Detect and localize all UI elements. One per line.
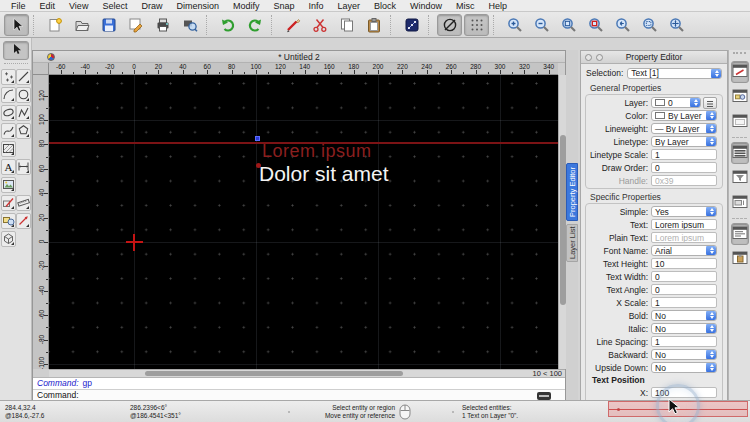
dock-command-line-toggle[interactable] [731, 223, 749, 245]
measure-tool[interactable] [16, 195, 31, 211]
dock-drag-handle[interactable] [733, 52, 746, 58]
menu-file[interactable]: File [4, 0, 33, 12]
draw-order-button[interactable] [399, 14, 424, 36]
handle-field[interactable]: 0x39 [651, 175, 717, 186]
zoom-window-button[interactable] [637, 14, 662, 36]
drawing-canvas[interactable]: Lorem ipsum Dolor sit amet [49, 75, 558, 369]
menu-block[interactable]: Block [367, 0, 403, 12]
points-tool[interactable] [1, 69, 16, 85]
dock-property-editor-icon [732, 64, 748, 80]
draw-order-field[interactable]: 0 [651, 162, 717, 173]
bold-dropdown[interactable]: No [651, 310, 717, 321]
dock-entity-info-toggle[interactable] [731, 192, 749, 214]
explode-tool[interactable] [16, 213, 31, 229]
menu-window[interactable]: Window [403, 0, 449, 12]
blocks-tool[interactable] [1, 213, 16, 229]
print-button[interactable] [150, 14, 175, 36]
menu-info[interactable]: Info [302, 0, 331, 12]
canvas-text-entity[interactable]: Dolor sit amet [259, 162, 389, 186]
zoom-previous-button[interactable] [610, 14, 635, 36]
menu-snap[interactable]: Snap [266, 0, 301, 12]
polygons-tool[interactable] [16, 123, 31, 139]
plain-text-field[interactable]: Lorem ipsum [651, 232, 717, 243]
selection-arrow-tool[interactable] [3, 41, 29, 60]
open-document-button[interactable] [69, 14, 94, 36]
modify-tool[interactable] [1, 195, 16, 211]
menu-misc[interactable]: Misc [449, 0, 482, 12]
menu-modify[interactable]: Modify [226, 0, 267, 12]
copy-button[interactable] [334, 14, 359, 36]
polylines-tool[interactable] [16, 105, 31, 121]
horizontal-scrollbar[interactable] [49, 369, 521, 377]
undo-button[interactable] [215, 14, 240, 36]
arcs-tool[interactable] [1, 87, 16, 103]
lineweight-dropdown[interactable]: — By Layer [651, 123, 717, 134]
dock-block-list-toggle[interactable] [731, 86, 749, 108]
tab-property-editor[interactable]: Property Editor [566, 163, 578, 221]
text-height-field[interactable]: 10 [651, 258, 717, 269]
draft-mode-button[interactable] [437, 14, 462, 36]
dock-property-editor-toggle[interactable] [731, 61, 749, 83]
tab-layer-list[interactable]: Layer List [566, 224, 578, 262]
menu-layer[interactable]: Layer [331, 0, 368, 12]
linetype-scale-field[interactable]: 1 [651, 149, 717, 160]
color-dropdown[interactable]: By Layer [651, 110, 717, 121]
menu-edit[interactable]: Edit [33, 0, 63, 12]
layer-menu-button[interactable] [703, 97, 717, 109]
text-tool[interactable]: A [1, 159, 16, 175]
new-document-button[interactable] [42, 14, 67, 36]
save-as-button[interactable] [123, 14, 148, 36]
dock-library-browser-toggle[interactable] [731, 111, 749, 133]
menu-help[interactable]: Help [482, 0, 515, 12]
simple-dropdown[interactable]: Yes [651, 206, 717, 217]
save-document-button[interactable] [96, 14, 121, 36]
menu-dimension[interactable]: Dimension [169, 0, 226, 12]
dock-layer-list-toggle[interactable] [731, 142, 749, 164]
upside-down-dropdown[interactable]: No [651, 362, 717, 373]
ellipses-tool[interactable] [1, 105, 16, 121]
font-name-dropdown[interactable]: Arial [651, 245, 717, 256]
lines-tool[interactable] [16, 69, 31, 85]
horizontal-scrollbar-thumb[interactable] [145, 371, 403, 376]
zoom-in-button[interactable] [502, 14, 527, 36]
line-spacing-field[interactable]: 1 [651, 336, 717, 347]
backward-dropdown[interactable]: No [651, 349, 717, 360]
document-titlebar[interactable]: * Untitled 2 [33, 51, 565, 63]
grid-toggle-button[interactable] [464, 14, 489, 36]
zoom-auto-button[interactable] [556, 14, 581, 36]
menu-view[interactable]: View [62, 0, 95, 12]
pen-attributes-button[interactable] [280, 14, 305, 36]
x-scale-field[interactable]: 1 [651, 297, 717, 308]
image-tool[interactable] [1, 177, 16, 193]
italic-dropdown[interactable]: No [651, 323, 717, 334]
menu-draw[interactable]: Draw [134, 0, 169, 12]
select-arrow-button[interactable] [4, 14, 29, 36]
command-input[interactable] [79, 391, 519, 400]
text-angle-field[interactable]: 0 [651, 284, 717, 295]
selection-dropdown[interactable]: Text [1] [627, 68, 722, 79]
dock-clipboard-toggle[interactable] [731, 248, 749, 270]
text-width-field[interactable]: 0 [651, 271, 717, 282]
zoom-redraw-button[interactable] [583, 14, 608, 36]
redo-button[interactable] [242, 14, 267, 36]
paste-button[interactable] [361, 14, 386, 36]
circles-tool[interactable] [16, 87, 31, 103]
dock-layer-filter-toggle[interactable] [731, 167, 749, 189]
keyboard-toggle-icon[interactable] [537, 392, 551, 400]
text-field[interactable]: Lorem ipsum [651, 219, 717, 230]
selection-handle[interactable] [255, 136, 260, 141]
canvas-selected-text[interactable]: Lorem ipsum [262, 141, 372, 162]
cut-button[interactable] [307, 14, 332, 36]
document-title: * Untitled 2 [278, 52, 320, 62]
zoom-out-button[interactable] [529, 14, 554, 36]
property-row-text-angle: Text Angle:0 [588, 283, 720, 296]
zoom-pan-button[interactable] [664, 14, 689, 36]
solids-tool[interactable] [1, 231, 16, 247]
hatch-tool[interactable] [1, 141, 16, 157]
dimensions-tool[interactable] [16, 159, 31, 175]
splines-tool[interactable] [1, 123, 16, 139]
linetype-dropdown[interactable]: By Layer [651, 136, 717, 147]
layer-dropdown[interactable]: 0 [651, 97, 701, 108]
menu-select[interactable]: Select [95, 0, 134, 12]
print-preview-button[interactable] [177, 14, 202, 36]
